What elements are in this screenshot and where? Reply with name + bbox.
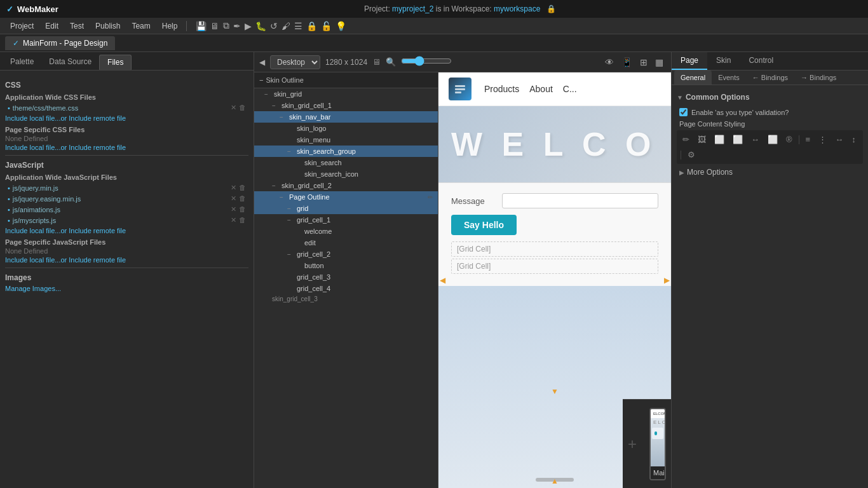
- style-pen-icon[interactable]: ✏: [679, 133, 693, 146]
- menu-test[interactable]: Test: [65, 20, 89, 32]
- style-image-icon[interactable]: 🖼: [695, 133, 709, 146]
- menu-team[interactable]: Team: [126, 20, 155, 32]
- grid-view-icon-1[interactable]: ⊞: [637, 56, 650, 69]
- css-filename[interactable]: theme/css/theme.css: [13, 104, 231, 112]
- outline-grid[interactable]: − grid: [254, 203, 438, 214]
- phone-view-icon[interactable]: 📱: [619, 56, 635, 69]
- main-tab[interactable]: ✓ MainForm - Page Design: [5, 36, 115, 50]
- outline-grid-cell-1[interactable]: − grid_cell_1: [254, 214, 438, 226]
- toolbar-bug-icon[interactable]: 🐛: [255, 21, 266, 31]
- eye-view-icon[interactable]: 👁: [602, 56, 616, 69]
- outline-skin-nav-bar[interactable]: − skin_nav_bar: [254, 111, 438, 123]
- more-options[interactable]: ▶ More Options: [677, 164, 863, 180]
- manage-images-link[interactable]: Manage Images...: [5, 285, 248, 292]
- toolbar-save-icon[interactable]: 💾: [196, 21, 207, 31]
- common-options-header[interactable]: ▼ Common Options: [677, 90, 863, 104]
- subtab-general[interactable]: General: [674, 71, 712, 85]
- outline-grid-cell-4[interactable]: grid_cell_4: [254, 283, 438, 294]
- nav-extra[interactable]: C...: [563, 84, 577, 94]
- zoom-slider[interactable]: [401, 56, 452, 68]
- style-hspace-icon[interactable]: ↔: [832, 133, 846, 146]
- tab-page[interactable]: Page: [672, 52, 707, 70]
- outline-button[interactable]: button: [254, 260, 438, 271]
- css-trash-icon[interactable]: 🗑: [239, 104, 246, 112]
- outline-collapse-btn[interactable]: ◀: [259, 58, 265, 67]
- bottom-page-arrow[interactable]: ▲: [551, 477, 559, 485]
- left-arrow-indicator[interactable]: ◀: [440, 276, 445, 285]
- js-trash-1[interactable]: 🗑: [239, 194, 246, 203]
- js-delete-3[interactable]: ✕: [231, 216, 236, 224]
- js-trash-3[interactable]: 🗑: [239, 216, 246, 224]
- js-delete-0[interactable]: ✕: [231, 184, 236, 192]
- menu-edit[interactable]: Edit: [40, 20, 64, 32]
- menu-publish[interactable]: Publish: [90, 20, 125, 32]
- style-width-icon[interactable]: ↔: [748, 133, 763, 146]
- js-include-link[interactable]: Include local file...or Include remote f…: [5, 227, 248, 234]
- page-js-include-link[interactable]: Include local file...or Include remote f…: [5, 256, 248, 264]
- nav-products[interactable]: Products: [484, 84, 519, 94]
- subtab-events[interactable]: Events: [712, 71, 746, 85]
- say-hello-button[interactable]: Say Hello: [451, 215, 517, 235]
- style-align-icon[interactable]: ≡: [803, 133, 814, 146]
- outline-skin-grid[interactable]: − skin_grid: [254, 88, 438, 100]
- outline-skin-grid-cell-1[interactable]: − skin_grid_cell_1: [254, 100, 438, 111]
- message-input[interactable]: [502, 193, 658, 208]
- grid-view-icon-2[interactable]: ▦: [653, 56, 666, 69]
- toolbar-brush-icon[interactable]: 🖌: [281, 21, 290, 31]
- toolbar-pen-icon[interactable]: ✒: [233, 21, 241, 31]
- menu-project[interactable]: Project: [5, 20, 39, 32]
- tab-control[interactable]: Control: [740, 52, 782, 70]
- bottom-arrow-indicator[interactable]: ▼: [551, 387, 559, 396]
- style-box-icon[interactable]: ⬜: [711, 133, 728, 146]
- outline-skin-logo[interactable]: skin_logo: [254, 123, 438, 134]
- workspace-link[interactable]: myworkspace: [494, 4, 540, 13]
- css-delete-icon[interactable]: ✕: [231, 104, 236, 112]
- menu-help[interactable]: Help: [157, 20, 183, 32]
- outline-skin-search-group[interactable]: − skin_search_group: [254, 146, 438, 157]
- page-css-include-link[interactable]: Include local file...or Include remote f…: [5, 144, 248, 151]
- js-filename-0[interactable]: js/jquery.min.js: [13, 184, 231, 192]
- outline-grid-cell-2[interactable]: − grid_cell_2: [254, 248, 438, 260]
- js-delete-1[interactable]: ✕: [231, 194, 236, 203]
- js-trash-2[interactable]: 🗑: [239, 205, 246, 214]
- js-filename-3[interactable]: js/myscripts.js: [13, 217, 231, 224]
- js-filename-1[interactable]: js/jquery.easing.min.js: [13, 195, 231, 203]
- toolbar-bulb-icon[interactable]: 💡: [336, 21, 346, 31]
- tab-palette[interactable]: Palette: [3, 55, 41, 70]
- tab-skin[interactable]: Skin: [707, 52, 740, 70]
- style-radius-icon[interactable]: ®: [783, 133, 796, 146]
- js-filename-2[interactable]: js/animations.js: [13, 206, 231, 214]
- js-delete-2[interactable]: ✕: [231, 205, 236, 214]
- style-vspace-icon[interactable]: ↕: [848, 133, 859, 146]
- validation-checkbox[interactable]: [679, 108, 688, 116]
- project-link[interactable]: myproject_2: [392, 4, 433, 13]
- tab-data-source[interactable]: Data Source: [41, 55, 99, 70]
- style-border-icon[interactable]: ⬜: [729, 133, 746, 146]
- toolbar-monitor-icon[interactable]: 🖥: [210, 21, 219, 31]
- outline-skin-menu[interactable]: skin_menu: [254, 134, 438, 146]
- outline-skin-search-icon[interactable]: skin_search_icon: [254, 168, 438, 180]
- style-valign-icon[interactable]: ⋮: [815, 133, 830, 146]
- tab-files[interactable]: Files: [99, 55, 132, 70]
- subtab-bindings-out[interactable]: → Bindings: [794, 71, 843, 85]
- outline-grid-cell-3[interactable]: grid_cell_3: [254, 271, 438, 283]
- thumbnail-card[interactable]: ELCOME ELCOME MainForm: [649, 408, 666, 480]
- edit-pencil-icon[interactable]: ✏: [428, 194, 433, 201]
- outline-page-outline[interactable]: − Page Outline ✏: [254, 191, 438, 203]
- toolbar-refresh-icon[interactable]: ↺: [270, 21, 278, 31]
- style-gear-icon[interactable]: ⚙: [684, 148, 698, 161]
- right-arrow-indicator[interactable]: ▶: [664, 276, 670, 285]
- outline-welcome[interactable]: welcome: [254, 226, 438, 237]
- add-page-button[interactable]: +: [628, 435, 637, 453]
- outline-skin-search[interactable]: skin_search: [254, 157, 438, 168]
- viewport-select[interactable]: Desktop Tablet Mobile: [270, 55, 320, 69]
- toolbar-unlock-icon[interactable]: 🔓: [321, 21, 332, 31]
- style-padding-icon[interactable]: ⬜: [764, 133, 781, 146]
- toolbar-copy-icon[interactable]: ⧉: [223, 20, 229, 31]
- subtab-bindings-in[interactable]: ← Bindings: [746, 71, 794, 85]
- css-include-link[interactable]: Include local file...or Include remote f…: [5, 114, 248, 122]
- outline-skin-grid-cell-3-partial[interactable]: skin_grid_cell_3: [254, 294, 438, 304]
- outline-skin-grid-cell-2[interactable]: − skin_grid_cell_2: [254, 180, 438, 191]
- toolbar-list-icon[interactable]: ☰: [294, 21, 302, 31]
- nav-about[interactable]: About: [529, 84, 553, 94]
